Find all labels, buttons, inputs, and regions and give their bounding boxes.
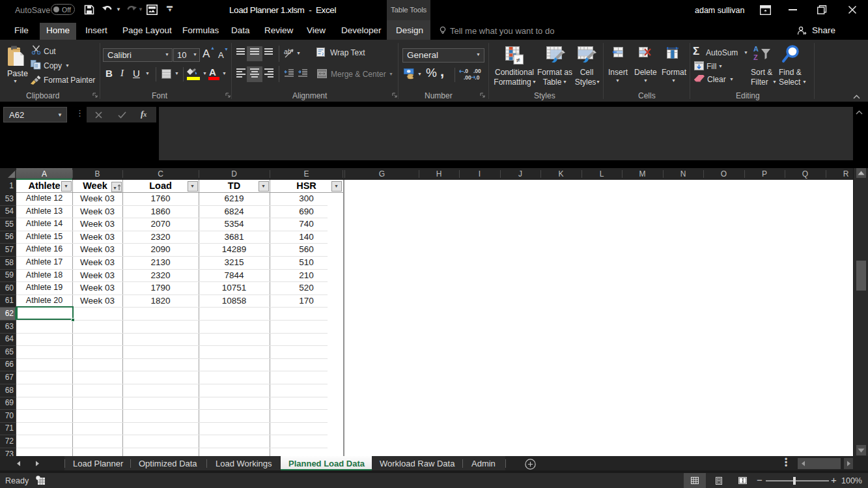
svg-text:≠: ≠ xyxy=(516,56,520,64)
